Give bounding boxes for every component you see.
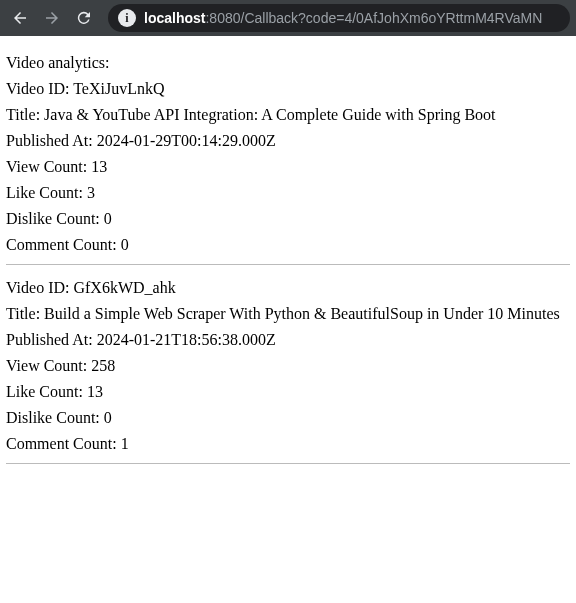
arrow-left-icon xyxy=(11,9,29,27)
arrow-right-icon xyxy=(43,9,61,27)
video-views: View Count: 13 xyxy=(6,158,570,176)
divider xyxy=(6,264,570,265)
video-views: View Count: 258 xyxy=(6,357,570,375)
back-button[interactable] xyxy=(6,4,34,32)
site-info-icon[interactable]: i xyxy=(118,9,136,27)
video-id: Video ID: TeXiJuvLnkQ xyxy=(6,80,570,98)
video-comments: Comment Count: 1 xyxy=(6,435,570,453)
url-text: localhost:8080/Callback?code=4/0AfJohXm6… xyxy=(144,10,542,26)
video-comments: Comment Count: 0 xyxy=(6,236,570,254)
url-rest: :8080/Callback?code=4/0AfJohXm6oYRttmM4R… xyxy=(205,10,542,26)
video-id: Video ID: GfX6kWD_ahk xyxy=(6,279,570,297)
browser-toolbar: i localhost:8080/Callback?code=4/0AfJohX… xyxy=(0,0,576,36)
video-dislikes: Dislike Count: 0 xyxy=(6,409,570,427)
page-title: Video analytics: xyxy=(6,54,570,72)
forward-button[interactable] xyxy=(38,4,66,32)
address-bar[interactable]: i localhost:8080/Callback?code=4/0AfJohX… xyxy=(108,4,570,32)
reload-button[interactable] xyxy=(70,4,98,32)
page-content: Video analytics: Video ID: TeXiJuvLnkQ T… xyxy=(0,36,576,484)
divider xyxy=(6,463,570,464)
video-published: Published At: 2024-01-21T18:56:38.000Z xyxy=(6,331,570,349)
url-host: localhost xyxy=(144,10,205,26)
reload-icon xyxy=(75,9,93,27)
video-dislikes: Dislike Count: 0 xyxy=(6,210,570,228)
video-published: Published At: 2024-01-29T00:14:29.000Z xyxy=(6,132,570,150)
video-likes: Like Count: 13 xyxy=(6,383,570,401)
video-title: Title: Build a Simple Web Scraper With P… xyxy=(6,305,570,323)
video-likes: Like Count: 3 xyxy=(6,184,570,202)
video-title: Title: Java & YouTube API Integration: A… xyxy=(6,106,570,124)
